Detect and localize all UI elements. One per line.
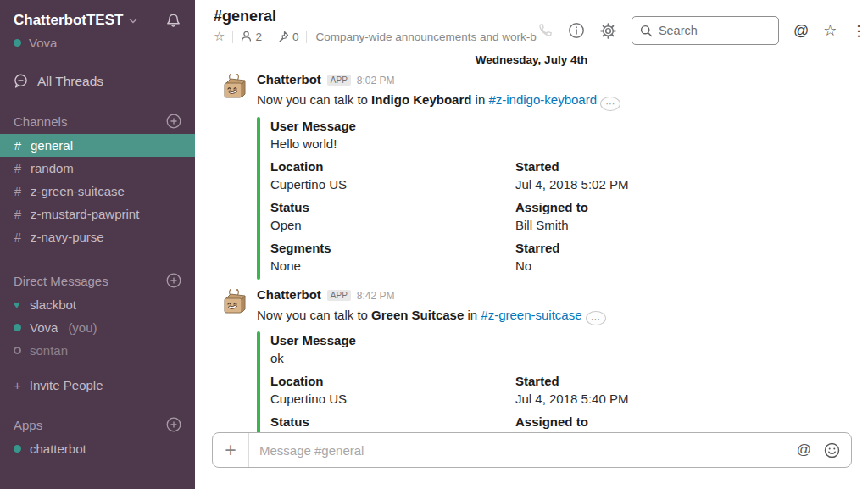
sidebar-item-vova[interactable]: Vova (you)	[0, 316, 195, 339]
apps-section: Apps chatterbot	[0, 414, 195, 460]
workspace-menu[interactable]: ChatterbotTEST	[14, 12, 137, 29]
date-divider-label[interactable]: Wednesday, July 4th	[464, 53, 599, 66]
sidebar-item-z-mustard-pawprint[interactable]: # z-mustard-pawprint	[0, 203, 195, 225]
member-count[interactable]: 2	[241, 31, 262, 43]
field-value: None	[270, 257, 515, 275]
chatterbot-avatar[interactable]	[219, 72, 249, 103]
apps-header[interactable]: Apps	[14, 418, 42, 432]
sidebar-item-z-green-suitcase[interactable]: # z-green-suitcase	[0, 180, 195, 203]
channels-section: Channels # general # random # z-green-su…	[0, 110, 195, 248]
attachment: User Message Hello world! Location Cuper…	[257, 117, 778, 280]
field-label: Segments	[270, 239, 515, 257]
sidebar-item-chatterbot[interactable]: chatterbot	[0, 437, 195, 460]
app-list: chatterbot	[0, 437, 195, 460]
channel-link[interactable]: #z-indigo-keyboard	[488, 92, 597, 107]
attachment-field: Location Cupertino US	[270, 158, 515, 193]
presence-online-icon	[14, 324, 21, 331]
attachment-field: Started Jul 4, 2018 5:02 PM	[515, 158, 778, 193]
gear-icon[interactable]	[599, 22, 617, 40]
channel-label: z-navy-purse	[31, 230, 104, 244]
sidebar-item-random[interactable]: # random	[0, 157, 195, 180]
attachment-field: Started Jul 4, 2018 5:40 PM	[515, 372, 778, 408]
search-box[interactable]	[632, 16, 779, 45]
sidebar-item-z-navy-purse[interactable]: # z-navy-purse	[0, 225, 195, 248]
current-user-row[interactable]: Vova	[0, 36, 195, 50]
dms-section: Direct Messages ♥ slackbot Vova (you) so…	[0, 270, 195, 392]
date-divider: Wednesday, July 4th	[195, 52, 868, 64]
threads-icon	[13, 73, 29, 89]
channel-header-left: #general ☆ 2 0 Company-wide announcement…	[214, 8, 537, 48]
hash-icon: #	[14, 207, 22, 221]
chatterbot-avatar[interactable]	[219, 287, 249, 318]
mentions-at-icon[interactable]: @	[793, 22, 809, 40]
main-panel: #general ☆ 2 0 Company-wide announcement…	[195, 0, 868, 489]
plus-icon: +	[225, 439, 236, 462]
message-timestamp[interactable]: 8:42 PM	[357, 290, 395, 302]
channel-topic[interactable]: Company-wide announcements and work-b	[315, 31, 536, 43]
add-app-icon[interactable]	[166, 417, 181, 432]
bell-icon[interactable]	[165, 13, 181, 30]
invite-people-label: Invite People	[30, 378, 103, 392]
invite-people-button[interactable]: + Invite People	[0, 378, 195, 392]
channels-header[interactable]: Channels	[14, 114, 67, 129]
attachment: User Message ok Location Cupertino US St…	[257, 331, 778, 436]
sidebar-item-general[interactable]: # general	[0, 134, 195, 157]
channel-title: #general	[214, 8, 537, 25]
field-label: Status	[270, 198, 515, 216]
divider	[270, 31, 270, 43]
starred-items-icon[interactable]: ☆	[823, 21, 837, 40]
divider	[232, 31, 233, 43]
add-dm-icon[interactable]	[166, 273, 181, 288]
attachment-color-bar	[257, 117, 260, 280]
message-author[interactable]: Chatterbot	[257, 287, 321, 302]
text-segment: in	[471, 92, 488, 107]
text-segment: Now you can talk to	[257, 308, 371, 322]
channel-list: # general # random # z-green-suitcase # …	[0, 134, 195, 248]
more-kebab-icon[interactable]: ⋮	[851, 22, 865, 40]
attachment-field: Starred No	[515, 239, 778, 275]
message: Chatterbot APP 8:02 PM Now you can talk …	[219, 72, 868, 280]
sidebar-item-all-threads[interactable]: All Threads	[0, 73, 195, 89]
field-label: Location	[270, 158, 515, 175]
dms-header[interactable]: Direct Messages	[14, 274, 108, 288]
info-icon[interactable]	[568, 22, 585, 39]
field-value: Bill Smith	[515, 216, 778, 234]
sidebar: ChatterbotTEST Vova All Threads Channels…	[0, 0, 195, 489]
attachment-field: Location Cupertino US	[270, 372, 515, 408]
attachment-field: Assigned to Bill Smith	[515, 198, 778, 234]
attachment-field: User Message Hello world!	[270, 117, 778, 153]
channel-link[interactable]: #z-green-suitcase	[481, 308, 581, 322]
dm-label: slackbot	[30, 297, 76, 312]
pin-count[interactable]: 0	[278, 31, 299, 43]
field-label: User Message	[270, 117, 778, 135]
bot-name: Green Suitcase	[371, 308, 464, 322]
text-segment: in	[464, 308, 481, 322]
call-phone-icon[interactable]	[537, 22, 554, 39]
sidebar-item-sontan[interactable]: sontan	[0, 339, 195, 362]
pin-count-value: 0	[292, 31, 299, 43]
message-input[interactable]	[249, 443, 797, 458]
attach-plus-button[interactable]: +	[213, 433, 249, 467]
message-author[interactable]: Chatterbot	[257, 72, 321, 86]
field-label: Started	[515, 158, 778, 175]
star-channel-icon[interactable]: ☆	[214, 29, 225, 44]
message-timestamp[interactable]: 8:02 PM	[357, 75, 395, 86]
sidebar-item-slackbot[interactable]: ♥ slackbot	[0, 293, 195, 316]
hash-icon: #	[14, 230, 22, 244]
field-value: Jul 4, 2018 5:02 PM	[515, 175, 778, 193]
message-composer: + @	[212, 432, 852, 468]
app-badge: APP	[327, 75, 351, 86]
emoji-smiley-icon[interactable]	[824, 442, 840, 458]
field-value: Jul 4, 2018 5:40 PM	[515, 390, 778, 408]
dm-you-suffix: (you)	[68, 320, 97, 335]
workspace-row: ChatterbotTEST	[0, 12, 195, 30]
mention-at-icon[interactable]: @	[797, 442, 811, 458]
search-input[interactable]	[659, 24, 752, 37]
speech-balloon-icon: ⋯	[586, 311, 606, 325]
attachment-field: Segments None	[270, 239, 515, 275]
app-label: chatterbot	[30, 442, 86, 456]
pin-icon	[278, 31, 289, 42]
field-label: Started	[515, 372, 778, 390]
speech-balloon-icon: ⋯	[600, 97, 620, 111]
add-channel-icon[interactable]	[166, 114, 181, 129]
